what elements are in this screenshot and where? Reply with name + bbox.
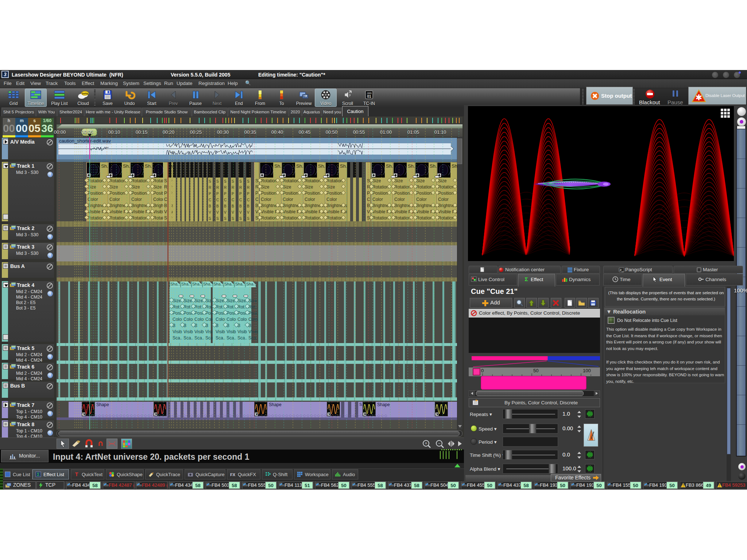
svg-text:Σ: Σ	[525, 276, 528, 282]
svg-text:−: −	[438, 441, 440, 446]
svg-text:!: !	[719, 484, 720, 488]
svg-text:Σ: Σ	[37, 472, 40, 477]
svg-text:T: T	[75, 471, 78, 477]
svg-text:+: +	[425, 441, 427, 446]
svg-text:>_: >_	[619, 268, 624, 272]
svg-text:!: !	[683, 484, 684, 488]
svg-text:FX: FX	[230, 472, 236, 477]
